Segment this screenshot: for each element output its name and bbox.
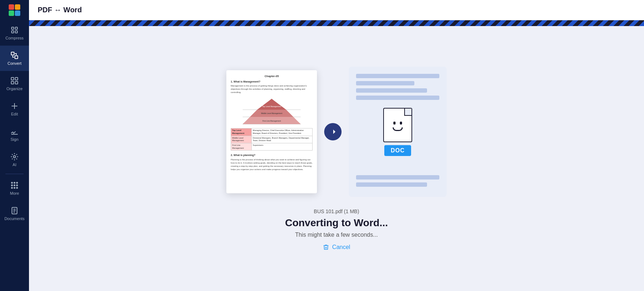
doc-icon-wrapper: DOC (383, 108, 412, 156)
doc-lines-top (356, 74, 439, 103)
organize-icon (10, 76, 19, 85)
documents-icon (10, 206, 19, 215)
pdf-chapter: Chapter-05 (231, 75, 313, 79)
doc-eye-left (393, 122, 396, 125)
svg-point-14 (12, 182, 13, 184)
trash-icon (323, 244, 329, 250)
convert-icon (10, 51, 19, 60)
logo-grid (9, 4, 20, 16)
pdf-content: Chapter-05 1. What is Management? Manage… (226, 70, 317, 178)
converting-subtitle: This might take a few seconds... (295, 232, 378, 238)
conversion-info: BUS 101.pdf (1 MB) Converting to Word...… (285, 208, 388, 250)
svg-text:First Line Management: First Line Management (262, 120, 281, 122)
compress-icon (10, 26, 19, 34)
sidebar-item-ai[interactable]: AI (0, 147, 29, 172)
pyramid-chart: Top Level Management Middle Level Manage… (243, 97, 301, 126)
doc-line-1 (356, 74, 439, 78)
svg-rect-7 (15, 77, 18, 80)
doc-line-2 (356, 81, 414, 85)
doc-line-6 (356, 182, 427, 187)
svg-point-18 (14, 185, 15, 186)
doc-file-icon (383, 108, 412, 142)
top-bar: PDF ↔ Word (29, 0, 644, 20)
svg-point-22 (17, 187, 18, 189)
converting-title: Converting to Word... (285, 217, 388, 229)
svg-rect-1 (15, 27, 17, 29)
doc-line-3 (356, 88, 427, 93)
doc-lines-bottom (356, 175, 439, 190)
sidebar-item-convert[interactable]: Convert (0, 46, 29, 71)
svg-rect-3 (15, 31, 17, 33)
compress-label: Compress (5, 36, 24, 40)
svg-point-15 (14, 182, 15, 184)
file-name: BUS 101.pdf (1 MB) (314, 208, 359, 214)
page-title-text: PDF ↔ Word (38, 6, 82, 14)
pdf-preview-card: Chapter-05 1. What is Management? Manage… (226, 70, 317, 193)
svg-point-16 (17, 182, 18, 184)
app-logo (0, 0, 29, 20)
more-icon (10, 181, 19, 190)
svg-point-19 (17, 185, 18, 186)
more-label: More (10, 191, 19, 195)
pdf-pyramid: Top Level Management Middle Level Manage… (231, 97, 313, 126)
doc-mouth (393, 127, 403, 131)
edit-icon (10, 102, 19, 110)
arrow-circle (324, 123, 342, 140)
sidebar-divider (5, 174, 24, 174)
logo-cell-green (9, 10, 14, 16)
convert-label: Convert (8, 61, 22, 66)
svg-marker-30 (257, 99, 286, 110)
edit-label: Edit (11, 112, 18, 116)
sidebar-item-edit[interactable]: Edit (0, 96, 29, 122)
doc-face (393, 122, 403, 131)
svg-point-13 (13, 156, 16, 158)
doc-eye-right (400, 122, 402, 125)
page-title: PDF ↔ Word (38, 6, 82, 14)
sign-label: Sign (11, 137, 18, 142)
main-content: PDF ↔ Word Chapter-05 1. What is Managem… (29, 0, 644, 291)
svg-rect-9 (15, 81, 18, 84)
pdf-section1: 1. What is Management? (231, 80, 313, 84)
doc-eyes (393, 122, 402, 125)
preview-section: Chapter-05 1. What is Management? Manage… (226, 67, 447, 197)
svg-rect-5 (15, 56, 18, 59)
svg-text:Middle Level Management: Middle Level Management (261, 112, 283, 114)
content-area: Chapter-05 1. What is Management? Manage… (29, 26, 644, 291)
right-arrow-icon (329, 127, 337, 136)
svg-point-20 (12, 187, 13, 189)
ai-icon (10, 152, 19, 161)
svg-point-21 (14, 187, 15, 189)
doc-badge: DOC (384, 145, 411, 156)
doc-line-5 (356, 175, 439, 180)
sidebar-item-sign[interactable]: Sign (0, 122, 29, 147)
svg-rect-4 (11, 52, 14, 55)
pdf-section2: 2. What is planning? (231, 153, 313, 157)
logo-cell-yellow (15, 4, 20, 10)
sign-icon (10, 127, 19, 136)
sidebar-item-compress[interactable]: Compress (0, 20, 29, 46)
svg-rect-8 (11, 81, 14, 84)
pdf-table: Top Level Management Managing Director, … (231, 128, 313, 151)
logo-cell-red (9, 4, 14, 10)
hazard-stripe (29, 20, 644, 26)
sidebar-item-organize[interactable]: Organize (0, 71, 29, 96)
sidebar-item-documents[interactable]: Documents (0, 201, 29, 226)
organize-label: Organize (7, 87, 23, 91)
documents-label: Documents (4, 216, 25, 221)
cancel-row: Cancel (323, 244, 350, 250)
pdf-body1: Management is the process of getting thi… (231, 84, 313, 94)
sidebar: Compress Convert Organize Edit (0, 0, 29, 291)
pdf-body2: Planning is the process of thinking abou… (231, 158, 313, 171)
svg-rect-2 (12, 31, 14, 33)
sidebar-item-more[interactable]: More (0, 176, 29, 201)
svg-point-17 (12, 185, 13, 186)
doc-preview-card: DOC (349, 67, 447, 197)
svg-text:Top Level Management: Top Level Management (262, 105, 281, 107)
cancel-button[interactable]: Cancel (332, 244, 350, 250)
logo-cell-blue (15, 10, 20, 16)
svg-rect-6 (11, 77, 14, 80)
ai-label: AI (13, 163, 16, 167)
svg-rect-0 (12, 27, 14, 29)
doc-line-4 (356, 96, 439, 100)
